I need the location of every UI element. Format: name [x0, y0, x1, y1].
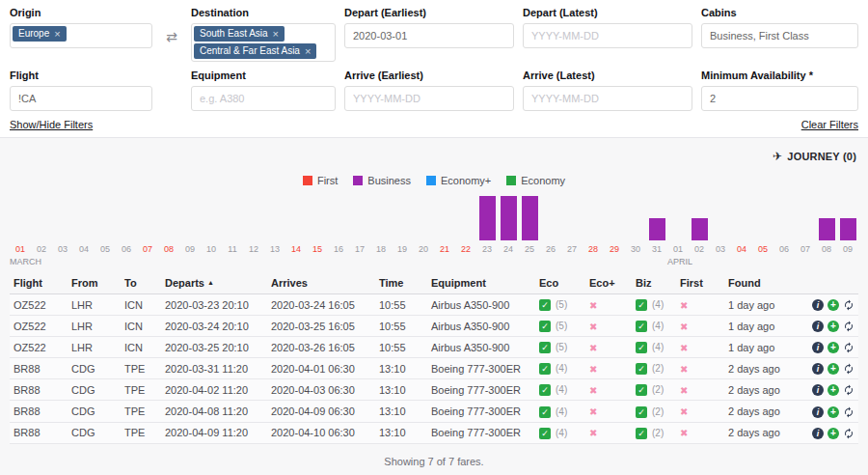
remove-tag-icon[interactable]: ×: [54, 27, 60, 41]
add-icon[interactable]: +: [827, 321, 839, 332]
info-icon[interactable]: i: [812, 342, 824, 353]
column-header-label: Flight: [14, 277, 42, 289]
refresh-icon[interactable]: [843, 406, 854, 418]
availability-bar[interactable]: [692, 218, 708, 240]
journey-button[interactable]: ✈JOURNEY (0): [10, 138, 858, 163]
column-header-label: Found: [728, 277, 761, 289]
remove-tag-icon[interactable]: ×: [273, 27, 279, 41]
column-header-from[interactable]: From: [68, 272, 121, 294]
info-icon[interactable]: i: [812, 384, 824, 396]
info-icon[interactable]: i: [812, 299, 824, 311]
column-header-eco_plus[interactable]: Eco+: [585, 272, 632, 294]
info-icon[interactable]: i: [812, 406, 824, 418]
cell-to: ICN: [121, 316, 161, 337]
destination-input[interactable]: South East Asia×Central & Far East Asia×: [191, 23, 336, 62]
arrive-earliest-input[interactable]: [344, 86, 514, 111]
cell-from: CDG: [68, 401, 121, 422]
legend-label: Economy: [521, 175, 565, 186]
results-summary: Showing 7 of 7 fares.: [10, 456, 858, 467]
filter-tag-label: Europe: [18, 27, 49, 41]
legend-item[interactable]: First: [303, 175, 338, 186]
cell-arrives: 2020-03-24 16:05: [267, 294, 375, 316]
cell-actions: i+: [798, 337, 858, 358]
column-header-eco[interactable]: Eco: [535, 272, 585, 294]
info-icon[interactable]: i: [812, 428, 824, 439]
column-header-biz[interactable]: Biz: [632, 272, 676, 294]
cell-eco: ✓(5): [535, 294, 585, 316]
cross-icon: ✖: [589, 300, 597, 311]
equipment-input[interactable]: [191, 86, 336, 111]
column-header-label: Eco+: [589, 277, 615, 289]
minimum-availability-label: Minimum Availability *: [701, 70, 858, 81]
depart-latest-input[interactable]: [523, 23, 692, 48]
depart-earliest-input[interactable]: [344, 23, 514, 48]
filter-tag[interactable]: South East Asia×: [194, 26, 285, 42]
add-icon[interactable]: +: [827, 299, 839, 311]
month-label: [52, 257, 73, 268]
date-label: 15: [307, 240, 328, 255]
month-label: [710, 257, 731, 268]
add-icon[interactable]: +: [827, 428, 839, 439]
add-icon[interactable]: +: [827, 342, 839, 353]
cell-actions: i+: [798, 379, 858, 401]
cell-first: ✖: [676, 358, 724, 379]
filter-tag[interactable]: Central & Far East Asia×: [194, 43, 316, 59]
column-header-found[interactable]: Found: [724, 272, 798, 294]
add-icon[interactable]: +: [827, 406, 839, 418]
check-icon: ✓: [539, 384, 551, 396]
origin-input[interactable]: Europe×: [10, 23, 152, 48]
legend-item[interactable]: Economy+: [426, 175, 491, 186]
chart-day-cell: 17: [349, 192, 370, 268]
availability-cell: ✖: [680, 363, 688, 375]
column-header-label: Biz: [636, 277, 652, 289]
column-header-arrives[interactable]: Arrives: [267, 272, 375, 294]
add-icon[interactable]: +: [827, 363, 839, 375]
info-icon[interactable]: i: [812, 363, 824, 375]
refresh-icon[interactable]: [843, 299, 854, 311]
refresh-icon[interactable]: [843, 428, 854, 439]
cabins-input[interactable]: [701, 23, 858, 48]
refresh-icon[interactable]: [843, 342, 854, 353]
month-label: [625, 257, 646, 268]
date-label: 22: [455, 240, 476, 255]
arrive-latest-input[interactable]: [523, 86, 692, 111]
column-header-departs[interactable]: Departs▲: [161, 272, 267, 294]
column-header-time[interactable]: Time: [375, 272, 427, 294]
swap-origin-destination-icon[interactable]: ⇄: [161, 29, 182, 44]
legend-item[interactable]: Economy: [506, 175, 565, 186]
availability-bar[interactable]: [522, 196, 538, 240]
availability-bar[interactable]: [840, 218, 856, 240]
filter-tag[interactable]: Europe×: [13, 26, 67, 42]
flight-input[interactable]: [10, 86, 152, 111]
date-label: 01: [667, 240, 689, 255]
availability-bar[interactable]: [501, 196, 517, 240]
availability-bar[interactable]: [479, 196, 496, 240]
refresh-icon[interactable]: [843, 321, 854, 332]
availability-bar[interactable]: [819, 218, 835, 240]
show-hide-filters-link[interactable]: Show/Hide Filters: [10, 119, 93, 130]
add-icon[interactable]: +: [827, 384, 839, 396]
cell-equipment: Airbus A350-900: [427, 316, 535, 337]
availability-cell: ✓(2): [636, 362, 664, 374]
cell-found: 1 day ago: [724, 316, 798, 337]
refresh-icon[interactable]: [843, 384, 854, 396]
column-header-equipment[interactable]: Equipment: [427, 272, 535, 294]
info-icon[interactable]: i: [812, 321, 824, 332]
chart-day-cell: 08: [816, 192, 837, 268]
minimum-availability-input[interactable]: [701, 86, 858, 111]
chart-day-cell: 21: [434, 192, 455, 268]
legend-item[interactable]: Business: [353, 175, 411, 186]
availability-bar[interactable]: [649, 218, 665, 240]
legend-swatch: [303, 176, 312, 185]
month-label: [413, 257, 434, 268]
cell-from: CDG: [68, 379, 121, 401]
bar-slot: [307, 192, 328, 240]
clear-filters-link[interactable]: Clear Filters: [801, 119, 858, 130]
refresh-icon[interactable]: [843, 363, 854, 375]
remove-tag-icon[interactable]: ×: [305, 44, 311, 58]
availability-cell: ✖: [680, 405, 688, 417]
chart-day-cell: 04: [731, 192, 752, 268]
column-header-first[interactable]: First: [676, 272, 724, 294]
column-header-to[interactable]: To: [121, 272, 161, 294]
column-header-flight[interactable]: Flight: [10, 272, 68, 294]
